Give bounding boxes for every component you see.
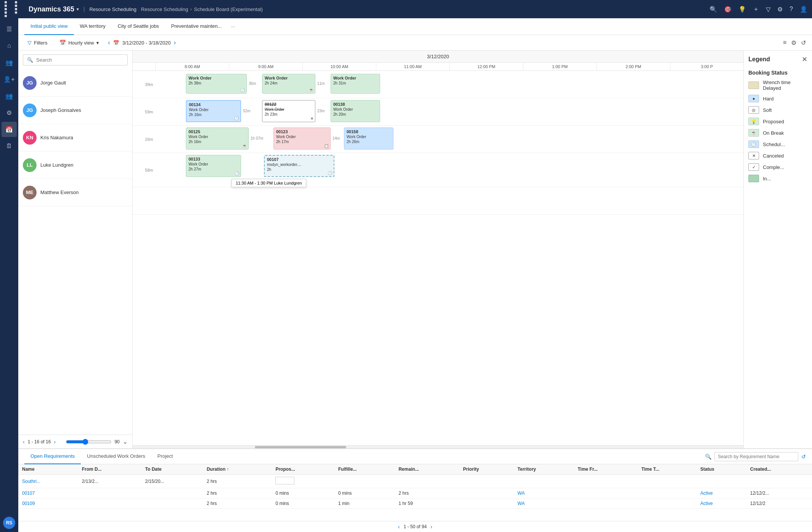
date-next-btn[interactable]: › [174,39,176,46]
sidebar-person-add-icon[interactable]: 👤+ [2,72,17,87]
tab-initial-public-view[interactable]: Initial public view [24,18,74,35]
resource-panel: 🔍 JG Jorge Gault JG Joseph Gonsalves KN … [18,51,133,448]
legend-close-button[interactable]: ✕ [802,55,807,64]
module-name: Resource Scheduling [90,6,137,12]
sidebar-menu-icon[interactable]: ☰ [2,21,17,37]
col-proposed: Propos... [272,464,334,475]
booking-block[interactable]: Work Order 2h 31m [331,74,380,94]
block-icon: 🕐 [234,116,239,121]
filters-button[interactable]: ▽ Filters [24,38,50,47]
sidebar-person-settings-icon[interactable]: ⚙ [2,105,17,120]
breadcrumb-item-1[interactable]: Resource Scheduling [141,6,188,12]
travel-time-4: 23m [317,109,324,113]
resource-row[interactable]: ME Matthew Everson [18,179,132,206]
cell-created: 12/12/2... [746,488,812,499]
territory-link[interactable]: WA [518,491,525,496]
schedule-row-matthew [133,187,743,215]
resource-row[interactable]: KN Kris Nakamura [18,124,132,151]
cell-priority [459,475,514,488]
lower-search-icon[interactable]: 🔍 [705,454,711,460]
booking-block[interactable]: 00134 Work Order 2h 16m 🕐 [186,100,241,122]
settings-icon[interactable]: ⚙ [777,6,783,13]
user-icon[interactable]: 👤 [800,6,807,13]
pagination-prev[interactable]: ‹ [23,439,25,445]
list-view-icon[interactable]: ≡ [783,39,786,46]
row-link[interactable]: Southri... [22,479,40,484]
pagination-next[interactable]: › [54,439,56,445]
block-subtitle: Work Order [189,134,246,139]
brand-dropdown[interactable]: ▾ [77,7,79,12]
breadcrumb: Resource Scheduling › Schedule Board (Ex… [141,6,263,12]
lower-panel: Open Requirements Unscheduled Work Order… [18,448,812,532]
cell-time-to [638,488,697,499]
lower-tab-unscheduled[interactable]: Unscheduled Work Orders [81,449,151,464]
search-input[interactable] [36,57,123,63]
block-title: 00125 [189,129,246,134]
travel-time-1: 36m [249,81,256,86]
lower-pag-next[interactable]: › [430,524,432,530]
booking-block[interactable]: 00133 Work Order 2h 27m 🕐 [186,155,241,177]
lower-refresh-button[interactable]: ↺ [801,454,806,460]
cell-status [697,475,746,488]
refresh-icon[interactable]: ↺ [801,39,806,46]
user-avatar[interactable]: RS [3,517,15,529]
territory-link[interactable]: WA [518,501,525,506]
panel-toggle[interactable]: ⌄ [123,438,128,445]
lower-tab-open-requirements[interactable]: Open Requirements [24,449,81,464]
settings-btn-icon[interactable]: ⚙ [791,39,796,46]
search-icon[interactable]: 🔍 [710,6,717,13]
legend-label: Canceled [763,153,784,159]
plus-icon[interactable]: ＋ [753,5,759,13]
resource-row[interactable]: JG Jorge Gault [18,69,132,97]
date-prev-btn[interactable]: ‹ [108,39,110,46]
col-duration[interactable]: Duration↑ [203,464,272,475]
toolbar-right: ≡ ⚙ ↺ [783,39,806,46]
booking-block[interactable]: 00123 Work Order 2h 17m 📋 [273,127,331,150]
avatar: ME [23,186,37,199]
tabs-more[interactable]: ··· [228,24,238,29]
row-cells: 00133 Work Order 2h 27m 🕐 00107 msdyn_wo… [155,153,743,187]
lower-search-input[interactable] [714,452,798,461]
sidebar-home-icon[interactable]: ⌂ [2,38,17,53]
lightbulb-icon[interactable]: 💡 [738,6,746,13]
legend-swatch: ✕ [748,152,759,159]
row-link[interactable]: 00107 [22,491,35,496]
horizontal-scrollbar[interactable] [133,445,743,448]
cell-fulfilled: 0 mins [334,488,395,499]
lower-pag-text: 1 - 50 of 94 [404,524,427,529]
status-link[interactable]: Active [700,501,713,506]
lower-tab-project[interactable]: Project [151,449,179,464]
app-grid-icon[interactable] [5,1,24,17]
booking-block[interactable]: 00158 Work Order 2h 26m [344,127,393,150]
target-icon[interactable]: 🎯 [724,6,732,13]
block-subtitle: Work Order [276,134,328,139]
row-link[interactable]: 00109 [22,501,35,506]
resource-row[interactable]: LL Luke Lundgren [18,151,132,179]
resource-search-box[interactable]: 🔍 [23,54,128,65]
zoom-slider[interactable] [66,439,112,445]
booking-block[interactable]: 00125 Work Order 2h 16m ☕ [186,127,249,150]
tab-wa-territory[interactable]: WA territory [74,18,112,35]
sidebar-calendar-icon[interactable]: 📅 [2,122,17,137]
sidebar-calendar-alt-icon[interactable]: 🗓 [2,139,17,154]
sidebar-people-icon[interactable]: 👥 [2,55,17,70]
booking-block[interactable]: 00122 Work Order 2h 23m ✕ [262,100,315,122]
booking-block[interactable]: Work Order 2h 24m ☕ [262,74,315,94]
block-title: 00123 [276,129,328,134]
sidebar-group-icon[interactable]: 👥 [2,88,17,104]
resource-row[interactable]: JG Joseph Gonsalves [18,97,132,124]
booking-block-dotted[interactable]: 00107 msdyn_workorder.... 2h 🕐 [264,155,334,177]
lower-pag-prev[interactable]: ‹ [398,524,400,530]
scrollbar-thumb[interactable] [255,446,347,448]
filter-icon[interactable]: ▽ [766,6,770,13]
block-title: Work Order [189,75,244,81]
block-duration: 2h 26m [347,139,391,144]
booking-block[interactable]: Work Order 2h 38m 🕐 [186,74,247,94]
status-link[interactable]: Active [700,491,713,496]
help-icon[interactable]: ? [790,6,793,13]
view-selector[interactable]: 📅 Hourly view ▾ [56,38,102,47]
tab-preventative[interactable]: Preventative mainten... [165,18,228,35]
col-to: To Date [141,464,203,475]
booking-block[interactable]: 00138 Work Order 2h 20m [331,100,380,122]
tab-city-seattle[interactable]: City of Seattle jobs [112,18,165,35]
